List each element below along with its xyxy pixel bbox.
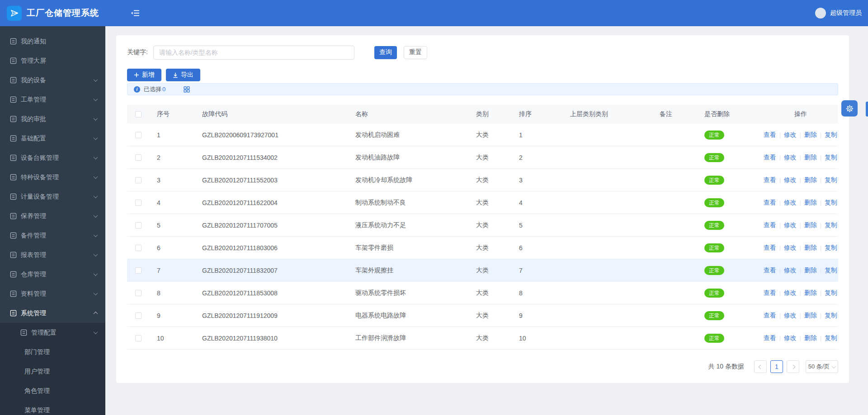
query-button[interactable]: 查询 xyxy=(374,46,397,59)
sidebar-item-基础配置[interactable]: 基础配置 xyxy=(0,129,105,148)
export-button[interactable]: 导出 xyxy=(166,69,200,81)
action-link-复制[interactable]: 复制 xyxy=(825,176,837,184)
action-link-修改[interactable]: 修改 xyxy=(784,176,797,184)
action-link-修改[interactable]: 修改 xyxy=(784,199,797,207)
row-checkbox[interactable] xyxy=(135,245,142,251)
sidebar-item-我的审批[interactable]: 我的审批 xyxy=(0,109,105,129)
page-number-button[interactable]: 1 xyxy=(770,360,783,373)
row-checkbox[interactable] xyxy=(135,200,142,206)
sidebar-subitem-菜单管理[interactable]: 菜单管理 xyxy=(0,401,105,415)
action-link-查看[interactable]: 查看 xyxy=(764,176,776,184)
sidebar-item-特种设备管理[interactable]: 特种设备管理 xyxy=(0,168,105,187)
sidebar-item-仓库管理[interactable]: 仓库管理 xyxy=(0,265,105,284)
action-link-删除[interactable]: 删除 xyxy=(804,131,817,139)
action-link-查看[interactable]: 查看 xyxy=(764,266,776,275)
action-link-复制[interactable]: 复制 xyxy=(825,244,837,252)
table-row[interactable]: 5GZLB20201207111707005液压系统动力不足大类5正常查看|修改… xyxy=(127,214,838,237)
action-link-复制[interactable]: 复制 xyxy=(825,289,837,297)
sidebar-fold-button[interactable] xyxy=(131,9,140,17)
sidebar-item-设备台账管理[interactable]: 设备台账管理 xyxy=(0,148,105,168)
action-link-查看[interactable]: 查看 xyxy=(764,131,776,139)
table-row[interactable]: 6GZLB20201207111803006车架零件磨损大类6正常查看|修改|删… xyxy=(127,237,838,259)
action-link-复制[interactable]: 复制 xyxy=(825,312,837,320)
action-link-复制[interactable]: 复制 xyxy=(825,334,837,342)
table-row[interactable]: 4GZLB20201207111622004制动系统制动不良大类4正常查看|修改… xyxy=(127,191,838,214)
sidebar-item-备件管理[interactable]: 备件管理 xyxy=(0,226,105,245)
action-link-查看[interactable]: 查看 xyxy=(764,221,776,229)
keyword-input[interactable] xyxy=(153,46,354,60)
add-button[interactable]: 新增 xyxy=(127,69,161,81)
prev-page-button[interactable] xyxy=(754,360,767,373)
table-row[interactable]: 10GZLB20201207111938010工作部件润滑故障大类10正常查看|… xyxy=(127,327,838,350)
sidebar-item-保养管理[interactable]: 保养管理 xyxy=(0,206,105,226)
action-link-删除[interactable]: 删除 xyxy=(804,244,817,252)
settings-button[interactable] xyxy=(841,100,858,117)
table-row[interactable]: 1GZLB20200609173927001发动机启动困难大类1正常查看|修改|… xyxy=(127,124,838,146)
action-link-删除[interactable]: 删除 xyxy=(804,221,817,229)
cell-actions: 查看|修改|删除|复制 xyxy=(763,176,838,184)
action-link-删除[interactable]: 删除 xyxy=(804,334,817,342)
action-link-查看[interactable]: 查看 xyxy=(764,312,776,320)
action-link-查看[interactable]: 查看 xyxy=(764,199,776,207)
sidebar-item-报表管理[interactable]: 报表管理 xyxy=(0,245,105,265)
next-page-button[interactable] xyxy=(787,360,799,373)
action-link-复制[interactable]: 复制 xyxy=(825,266,837,275)
sidebar-item-管理大屏[interactable]: 管理大屏 xyxy=(0,51,105,70)
user-name[interactable]: 超级管理员 xyxy=(830,9,862,17)
action-link-修改[interactable]: 修改 xyxy=(784,266,797,275)
table-row[interactable]: 8GZLB20201207111853008驱动系统零件损坏大类8正常查看|修改… xyxy=(127,282,838,304)
action-link-查看[interactable]: 查看 xyxy=(764,289,776,297)
action-link-复制[interactable]: 复制 xyxy=(825,221,837,229)
sidebar-item-工单管理[interactable]: 工单管理 xyxy=(0,90,105,109)
action-link-修改[interactable]: 修改 xyxy=(784,154,797,162)
action-link-修改[interactable]: 修改 xyxy=(784,221,797,229)
action-link-查看[interactable]: 查看 xyxy=(764,244,776,252)
column-settings-icon[interactable] xyxy=(184,86,190,93)
action-link-修改[interactable]: 修改 xyxy=(784,312,797,320)
action-link-复制[interactable]: 复制 xyxy=(825,154,837,162)
chevron-down-icon xyxy=(94,194,98,198)
action-link-复制[interactable]: 复制 xyxy=(825,199,837,207)
table-row[interactable]: 7GZLB20201207111832007车架外观擦挂大类7正常查看|修改|删… xyxy=(127,259,838,282)
table-row[interactable]: 2GZLB20201207111534002发动机油路故障大类2正常查看|修改|… xyxy=(127,146,838,169)
action-link-删除[interactable]: 删除 xyxy=(804,199,817,207)
sidebar-item-我的设备[interactable]: 我的设备 xyxy=(0,70,105,90)
action-link-删除[interactable]: 删除 xyxy=(804,154,817,162)
action-link-修改[interactable]: 修改 xyxy=(784,131,797,139)
sidebar-item-系统管理[interactable]: 系统管理 xyxy=(0,303,105,323)
reset-button[interactable]: 重置 xyxy=(404,46,427,59)
sidebar-item-资料管理[interactable]: 资料管理 xyxy=(0,284,105,303)
selected-label: 已选择 xyxy=(144,85,161,93)
action-link-修改[interactable]: 修改 xyxy=(784,244,797,252)
action-link-修改[interactable]: 修改 xyxy=(784,334,797,342)
sidebar-subitem-管理配置[interactable]: 管理配置 xyxy=(0,323,105,342)
settings-drawer-edge[interactable] xyxy=(866,102,868,117)
sidebar-subitem-label: 角色管理 xyxy=(24,387,97,395)
action-link-复制[interactable]: 复制 xyxy=(825,131,837,139)
row-checkbox[interactable] xyxy=(135,267,142,274)
row-checkbox[interactable] xyxy=(135,290,142,296)
action-link-删除[interactable]: 删除 xyxy=(804,176,817,184)
sidebar-item-我的通知[interactable]: 我的通知 xyxy=(0,32,105,51)
sidebar-subitem-部门管理[interactable]: 部门管理 xyxy=(0,342,105,362)
sidebar-subitem-用户管理[interactable]: 用户管理 xyxy=(0,362,105,381)
sidebar-item-计量设备管理[interactable]: 计量设备管理 xyxy=(0,187,105,206)
row-checkbox[interactable] xyxy=(135,177,142,183)
row-checkbox[interactable] xyxy=(135,222,142,228)
action-link-删除[interactable]: 删除 xyxy=(804,312,817,320)
row-checkbox[interactable] xyxy=(135,154,142,161)
row-checkbox[interactable] xyxy=(135,132,142,138)
action-link-删除[interactable]: 删除 xyxy=(804,289,817,297)
table-row[interactable]: 3GZLB20201207111552003发动机冷却系统故障大类3正常查看|修… xyxy=(127,169,838,191)
action-link-查看[interactable]: 查看 xyxy=(764,334,776,342)
row-checkbox[interactable] xyxy=(135,335,142,341)
page-size-select[interactable]: 50 条/页 xyxy=(806,360,838,373)
sidebar-subitem-角色管理[interactable]: 角色管理 xyxy=(0,381,105,401)
action-link-删除[interactable]: 删除 xyxy=(804,266,817,275)
select-all-checkbox[interactable] xyxy=(135,111,142,117)
action-link-修改[interactable]: 修改 xyxy=(784,289,797,297)
row-checkbox[interactable] xyxy=(135,312,142,319)
action-link-查看[interactable]: 查看 xyxy=(764,154,776,162)
user-avatar[interactable] xyxy=(815,8,826,19)
table-row[interactable]: 9GZLB20201207111912009电器系统电路故障大类9正常查看|修改… xyxy=(127,304,838,327)
